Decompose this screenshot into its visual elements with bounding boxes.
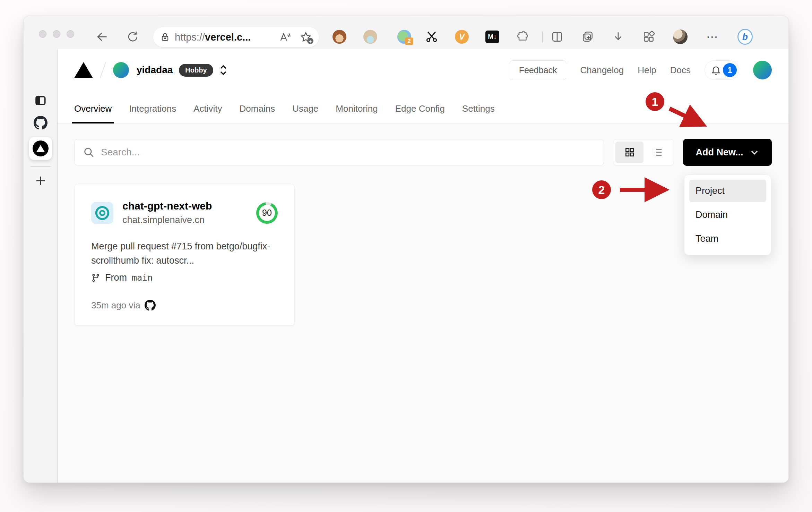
help-link[interactable]: Help [638,65,656,76]
team-switcher[interactable] [219,64,228,76]
star-plus-badge: + [307,38,313,44]
project-domain[interactable]: chat.simplenaive.cn [122,215,212,225]
tab-activity[interactable]: Activity [193,103,222,123]
scissors-icon [425,30,438,43]
download-icon [612,30,625,43]
extension-proxy[interactable]: 2 [397,29,412,44]
profile-avatar [673,29,688,44]
apps-grid-icon [642,30,655,43]
v-icon: V [455,30,469,44]
extension-v2ex[interactable]: V [454,29,469,44]
latest-commit-message[interactable]: Merge pull request #715 from betgo/bugfi… [91,239,278,267]
lighthouse-score-value: 90 [259,205,275,221]
grid-view-icon [624,147,635,158]
zoom-window-button[interactable] [67,30,74,38]
search-icon [83,146,95,158]
collections-button[interactable] [580,29,595,44]
tab-domains[interactable]: Domains [240,103,275,123]
dropdown-item-domain[interactable]: Domain [689,204,766,226]
puzzle-icon [516,30,529,43]
dropdown-item-team[interactable]: Team [689,228,766,250]
sidebar-toggle-button[interactable] [24,94,58,107]
project-name[interactable]: chat-gpt-next-web [122,200,212,212]
tab-monitoring[interactable]: Monitoring [336,103,378,123]
collections-icon [581,30,594,43]
overview-content: Add New... chat-gpt-next-web [58,123,788,483]
user-avatar[interactable] [753,61,772,79]
plan-badge: Hobby [179,64,213,77]
back-arrow-icon [96,30,109,43]
dashboard-tabs: Overview Integrations Activity Domains U… [58,91,788,123]
notifications-button[interactable]: 1 [705,60,739,80]
read-aloud-icon[interactable] [279,31,291,43]
openai-icon [94,205,110,221]
browser-window: https://vercel.c... + 2 V [23,16,789,483]
site-header: yidadaa Hobby Feedback Changelog Help Do… [58,49,788,123]
chevron-updown-icon [219,64,228,76]
tab-integrations[interactable]: Integrations [129,103,176,123]
downloads-button[interactable] [611,29,626,44]
grid-view-button[interactable] [615,142,643,163]
more-menu-button[interactable]: ⋯ [705,29,720,44]
docs-link[interactable]: Docs [670,65,691,76]
team-name[interactable]: yidadaa [137,65,173,76]
feedback-button[interactable]: Feedback [510,60,567,80]
back-button[interactable] [94,28,111,45]
chevron-down-icon [750,147,759,157]
sidebar-toggle-icon [34,94,47,107]
changelog-link[interactable]: Changelog [580,65,624,76]
globe-icon: 2 [397,30,411,44]
branch-prefix: From [105,272,127,283]
view-toggle [613,139,674,165]
tab-usage[interactable]: Usage [292,103,318,123]
favorites-button[interactable]: + [300,31,312,43]
browser-toolbar: https://vercel.c... + 2 V [24,16,788,49]
plus-icon [34,174,47,187]
extension-monkey[interactable] [332,29,347,44]
toolbar-divider [542,32,543,43]
refresh-icon [127,31,139,43]
sidebar-divider [30,166,51,167]
deploy-time: 35m ago via [91,300,140,311]
extension-markdown[interactable]: M↓ [485,29,500,44]
tab-overview[interactable]: Overview [74,103,112,123]
extensions-menu-button[interactable] [515,29,530,44]
github-icon [34,116,47,130]
vercel-favicon [33,140,49,156]
split-screen-button[interactable] [550,29,565,44]
extension-avatar[interactable] [363,29,378,44]
vertical-tabs-sidebar [24,49,58,483]
tab-github[interactable] [24,116,58,130]
tab-settings[interactable]: Settings [462,103,495,123]
search-box [74,139,604,165]
search-input[interactable] [101,147,595,158]
team-avatar[interactable] [113,62,129,78]
bing-icon: b [737,29,753,45]
tab-vercel-active[interactable] [29,137,52,160]
bing-chat-button[interactable]: b [737,29,753,44]
minimize-window-button[interactable] [53,30,60,38]
markdown-download-icon: M↓ [485,31,499,43]
dropdown-item-project[interactable]: Project [689,180,766,202]
address-bar[interactable]: https://vercel.c... + [153,27,319,47]
vercel-dashboard: yidadaa Hobby Feedback Changelog Help Do… [58,49,788,483]
breadcrumb-slash [100,62,106,78]
branch-name[interactable]: main [132,273,153,283]
git-branch-icon [91,273,100,282]
notification-count-badge: 1 [723,63,737,77]
refresh-button[interactable] [124,28,141,45]
apps-button[interactable] [641,29,656,44]
list-view-button[interactable] [643,142,672,163]
tab-edge-config[interactable]: Edge Config [395,103,445,123]
bell-icon [710,65,722,76]
new-tab-button[interactable] [24,174,58,187]
add-new-button[interactable]: Add New... [683,139,772,166]
extension-clipper[interactable] [424,29,439,44]
person-icon [363,30,377,44]
close-window-button[interactable] [39,30,46,38]
vercel-logo[interactable] [74,62,93,78]
profile-button[interactable] [673,29,688,44]
project-card[interactable]: chat-gpt-next-web chat.simplenaive.cn 90… [74,184,295,326]
add-new-dropdown: Project Domain Team [684,174,771,255]
lighthouse-score-ring[interactable]: 90 [256,202,278,224]
